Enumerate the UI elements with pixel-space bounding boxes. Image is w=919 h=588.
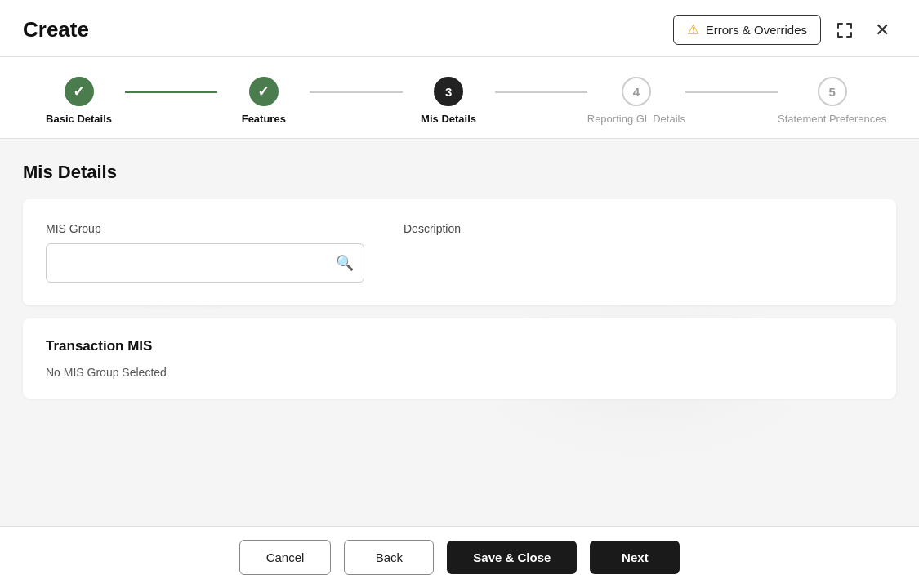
expand-button[interactable]: [831, 18, 859, 42]
transaction-mis-card: Transaction MIS No MIS Group Selected: [23, 318, 896, 399]
mis-group-input-wrap[interactable]: 🔍: [46, 243, 364, 283]
stepper-track: ✓ Basic Details ✓ Features 3 Mis Details: [33, 77, 886, 125]
step-reporting-gl[interactable]: 4 Reporting GL Details: [587, 77, 685, 125]
stepper: ✓ Basic Details ✓ Features 3 Mis Details: [0, 57, 919, 139]
step-5-circle: 5: [818, 77, 847, 106]
connector-3-4: [495, 91, 587, 93]
mis-group-card: MIS Group 🔍 Description: [23, 199, 896, 305]
warning-icon: ⚠: [687, 21, 699, 38]
search-icon[interactable]: 🔍: [336, 254, 354, 272]
close-button[interactable]: ✕: [868, 16, 896, 44]
step-basic-details[interactable]: ✓ Basic Details: [33, 77, 125, 125]
errors-button-label: Errors & Overrides: [706, 23, 807, 37]
no-mis-group-text: No MIS Group Selected: [46, 366, 873, 379]
close-icon: ✕: [875, 20, 890, 41]
step-3-circle: 3: [434, 77, 463, 106]
header-actions: ⚠ Errors & Overrides ✕: [673, 15, 896, 45]
create-modal: Create ⚠ Errors & Overrides ✕ ✓: [0, 0, 919, 588]
mis-group-field-row: MIS Group 🔍 Description: [46, 222, 873, 283]
next-button[interactable]: Next: [590, 541, 680, 574]
mis-group-field-group: MIS Group 🔍: [46, 222, 364, 283]
page-title: Mis Details: [23, 162, 896, 183]
step-5-label: Statement Preferences: [778, 113, 886, 125]
mis-group-input[interactable]: [56, 256, 336, 270]
modal-footer: Cancel Back Save & Close Next: [0, 526, 919, 588]
step-2-label: Features: [242, 113, 286, 125]
description-field-group: Description: [404, 222, 649, 283]
step-2-checkmark: ✓: [257, 82, 270, 100]
connector-1-2: [125, 91, 217, 93]
back-button[interactable]: Back: [344, 540, 434, 575]
step-5-number: 5: [828, 85, 835, 99]
modal-header: Create ⚠ Errors & Overrides ✕: [0, 0, 919, 57]
content-inner: Mis Details MIS Group 🔍 Description: [0, 139, 919, 415]
mis-group-label: MIS Group: [46, 222, 364, 235]
step-1-checkmark: ✓: [73, 82, 85, 100]
step-4-circle: 4: [622, 77, 651, 106]
step-4-label: Reporting GL Details: [587, 113, 685, 125]
step-mis-details[interactable]: 3 Mis Details: [403, 77, 495, 125]
step-statement-pref[interactable]: 5 Statement Preferences: [778, 77, 886, 125]
transaction-mis-title: Transaction MIS: [46, 338, 873, 354]
cancel-button[interactable]: Cancel: [239, 540, 332, 575]
step-4-number: 4: [633, 85, 640, 99]
description-label: Description: [404, 222, 649, 235]
errors-overrides-button[interactable]: ⚠ Errors & Overrides: [673, 15, 821, 45]
save-close-button[interactable]: Save & Close: [447, 541, 577, 574]
step-1-label: Basic Details: [46, 113, 112, 125]
connector-4-5: [685, 91, 778, 93]
step-1-circle: ✓: [65, 77, 94, 106]
expand-icon: [836, 21, 854, 39]
modal-title: Create: [23, 17, 89, 42]
step-3-label: Mis Details: [421, 113, 476, 125]
step-2-circle: ✓: [249, 77, 279, 106]
connector-2-3: [310, 91, 402, 93]
step-3-number: 3: [445, 85, 452, 99]
step-features[interactable]: ✓ Features: [217, 77, 310, 125]
modal-content: Mis Details MIS Group 🔍 Description: [0, 139, 919, 526]
